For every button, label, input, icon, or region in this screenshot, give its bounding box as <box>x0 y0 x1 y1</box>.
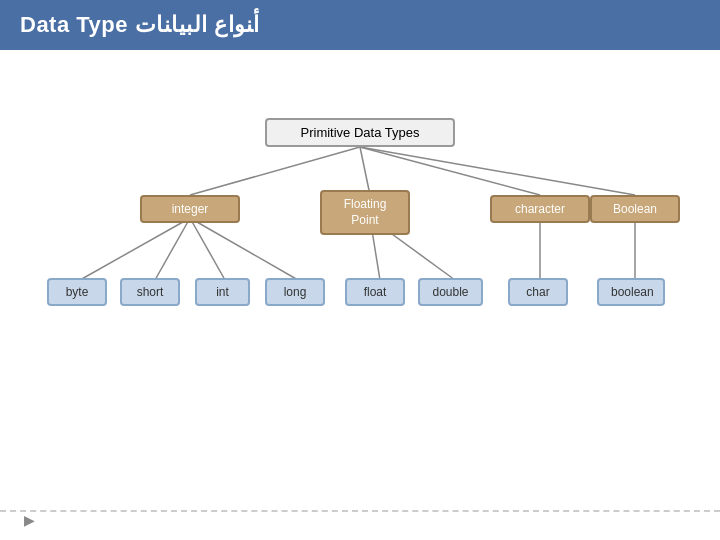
integer-node: integer <box>140 195 240 223</box>
connector-lines <box>0 50 720 480</box>
boolean-leaf-node: boolean <box>597 278 665 306</box>
float-node: float <box>345 278 405 306</box>
page-title: Data Type ﺃﻨﻮﺍﻉ ﺍﻟﺒﻴﺎﻨﺎﺕ <box>20 12 260 38</box>
svg-line-1 <box>360 147 370 195</box>
svg-line-2 <box>360 147 540 195</box>
svg-line-7 <box>190 218 298 280</box>
char-node: char <box>508 278 568 306</box>
bottom-divider <box>0 510 720 512</box>
short-node: short <box>120 278 180 306</box>
svg-line-5 <box>155 218 190 280</box>
character-node: character <box>490 195 590 223</box>
svg-line-0 <box>190 147 360 195</box>
byte-node: byte <box>47 278 107 306</box>
long-node: long <box>265 278 325 306</box>
int-node: int <box>195 278 250 306</box>
svg-line-3 <box>360 147 635 195</box>
header: Data Type ﺃﻨﻮﺍﻉ ﺍﻟﺒﻴﺎﻨﺎﺕ <box>0 0 720 50</box>
svg-line-4 <box>80 218 190 280</box>
double-node: double <box>418 278 483 306</box>
root-node: Primitive Data Types <box>265 118 455 147</box>
boolean-node: Boolean <box>590 195 680 223</box>
svg-line-6 <box>190 218 225 280</box>
floating-point-node: FloatingPoint <box>320 190 410 235</box>
bottom-arrow: ▶ <box>24 512 35 528</box>
